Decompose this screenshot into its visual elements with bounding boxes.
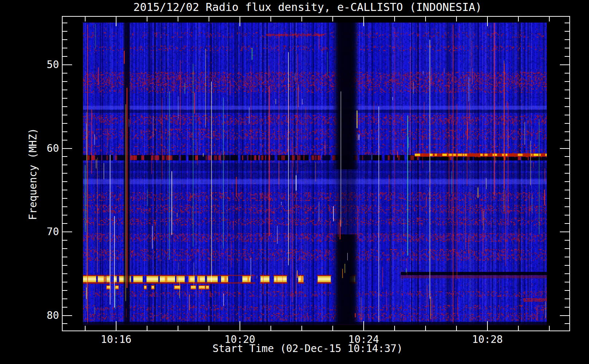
y-minor-tick	[63, 73, 67, 74]
x-minor-tick-top	[518, 17, 519, 21]
y-minor-tick	[63, 115, 67, 115]
y-major-tick	[63, 232, 72, 232]
y-major-tick-right	[560, 232, 569, 232]
x-tick-label: 10:24	[348, 333, 379, 345]
x-minor-tick	[270, 326, 271, 331]
y-minor-tick-right	[565, 131, 569, 132]
x-minor-tick-top	[549, 17, 550, 21]
plot-frame	[62, 16, 570, 331]
y-major-tick	[63, 315, 72, 316]
x-minor-tick	[549, 326, 550, 331]
y-minor-tick-right	[565, 98, 569, 99]
x-major-tick	[240, 321, 240, 331]
x-minor-tick	[456, 326, 457, 331]
y-major-tick	[63, 148, 72, 149]
y-minor-tick-right	[565, 73, 569, 74]
x-minor-tick	[301, 326, 302, 331]
y-minor-tick	[63, 273, 67, 274]
y-minor-tick	[63, 240, 67, 241]
x-minor-tick-top	[301, 17, 302, 21]
y-minor-tick	[63, 165, 67, 165]
y-minor-tick-right	[565, 48, 569, 48]
y-minor-tick-right	[565, 115, 569, 115]
y-minor-tick-right	[565, 39, 569, 40]
y-minor-tick	[63, 123, 67, 124]
y-major-tick-right	[560, 315, 569, 316]
y-minor-tick-right	[565, 248, 569, 249]
x-major-tick-top	[116, 17, 116, 26]
x-minor-tick-top	[178, 17, 178, 21]
y-minor-tick-right	[565, 140, 569, 141]
y-minor-tick	[63, 307, 67, 308]
y-axis-label: Frequency (MHZ)	[27, 128, 39, 220]
x-major-tick	[116, 321, 116, 331]
x-minor-tick-top	[394, 17, 395, 21]
y-minor-tick	[63, 23, 67, 23]
y-minor-tick	[63, 173, 67, 174]
y-minor-tick	[63, 215, 67, 215]
x-minor-tick-top	[270, 17, 271, 21]
x-tick-label: 10:16	[101, 333, 131, 345]
y-minor-tick	[63, 198, 67, 199]
y-minor-tick	[63, 190, 67, 190]
y-minor-tick	[63, 39, 67, 40]
y-minor-tick-right	[565, 190, 569, 190]
y-minor-tick-right	[565, 106, 569, 107]
y-minor-tick-right	[565, 273, 569, 274]
y-minor-tick-right	[565, 31, 569, 32]
y-minor-tick	[63, 223, 67, 224]
y-minor-tick	[63, 257, 67, 257]
y-minor-tick-right	[565, 257, 569, 257]
y-minor-tick	[63, 106, 67, 107]
y-minor-tick-right	[565, 165, 569, 165]
x-tick-label: 10:20	[225, 333, 255, 345]
y-minor-tick	[63, 31, 67, 32]
y-major-tick-right	[560, 64, 569, 65]
y-minor-tick	[63, 206, 67, 207]
plot-title: 2015/12/02 Radio flux density, e-CALLIST…	[133, 1, 482, 13]
y-minor-tick-right	[565, 290, 569, 291]
y-minor-tick-right	[565, 206, 569, 207]
y-major-tick-right	[560, 148, 569, 149]
y-minor-tick-right	[565, 223, 569, 224]
y-minor-tick-right	[565, 298, 569, 299]
y-tick-label: 80	[19, 309, 59, 321]
y-minor-tick	[63, 131, 67, 132]
y-tick-label: 60	[19, 142, 59, 154]
x-minor-tick	[394, 326, 395, 331]
x-major-tick-top	[363, 17, 364, 26]
x-minor-tick-top	[332, 17, 333, 21]
y-minor-tick-right	[565, 181, 569, 182]
x-tick-label: 10:28	[472, 333, 503, 345]
y-minor-tick-right	[565, 23, 569, 23]
y-minor-tick-right	[565, 173, 569, 174]
y-minor-tick-right	[565, 56, 569, 57]
y-minor-tick	[63, 265, 67, 266]
x-major-tick	[363, 321, 364, 331]
x-minor-tick-top	[85, 17, 86, 21]
y-minor-tick-right	[565, 123, 569, 124]
x-minor-tick-top	[425, 17, 426, 21]
y-minor-tick-right	[565, 198, 569, 199]
y-minor-tick-right	[565, 282, 569, 282]
y-minor-tick	[63, 98, 67, 99]
y-minor-tick	[63, 298, 67, 299]
y-minor-tick	[63, 90, 67, 90]
x-minor-tick-top	[456, 17, 457, 21]
y-minor-tick	[63, 48, 67, 48]
y-minor-tick-right	[565, 265, 569, 266]
x-minor-tick-top	[209, 17, 209, 21]
x-minor-tick-top	[147, 17, 147, 21]
y-minor-tick-right	[565, 323, 569, 324]
y-minor-tick	[63, 156, 67, 157]
x-minor-tick	[518, 326, 519, 331]
y-minor-tick	[63, 323, 67, 324]
y-minor-tick	[63, 181, 67, 182]
y-minor-tick	[63, 290, 67, 291]
y-minor-tick-right	[565, 240, 569, 241]
x-minor-tick	[85, 326, 86, 331]
x-minor-tick	[332, 326, 333, 331]
y-minor-tick	[63, 140, 67, 141]
x-major-tick-top	[487, 17, 488, 26]
spectrogram-figure: 2015/12/02 Radio flux density, e-CALLIST…	[0, 0, 589, 364]
